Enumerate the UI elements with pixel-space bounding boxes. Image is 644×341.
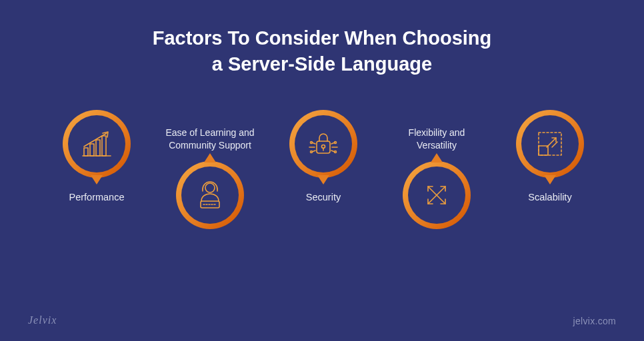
svg-line-27	[547, 138, 556, 147]
title-line-2: a Server-Side Language	[212, 53, 432, 75]
lock-icon	[305, 128, 341, 160]
factor-bubble	[63, 110, 131, 178]
site-url: jelvix.com	[573, 316, 616, 326]
factor-ease-of-learning: Ease of Learning and Community Support	[150, 127, 270, 229]
svg-rect-2	[90, 144, 94, 156]
factor-bubble	[289, 110, 357, 178]
factor-security: Security	[263, 110, 383, 204]
svg-point-5	[205, 183, 215, 192]
svg-line-28	[552, 142, 557, 147]
svg-rect-10	[317, 141, 330, 153]
factor-bubble	[403, 161, 471, 229]
factor-label: Scalability	[528, 191, 571, 204]
svg-line-22	[331, 151, 335, 152]
factor-label: Ease of Learning and Community Support	[165, 127, 254, 152]
factor-flexibility: Flexibility and Versatility	[377, 127, 497, 229]
factor-bubble	[176, 161, 244, 229]
expand-arrows-icon	[420, 178, 453, 212]
bubble-pointer	[91, 175, 103, 184]
bubble-pointer	[431, 153, 443, 163]
factors-row: Performance Ease of Learning and Communi…	[0, 97, 644, 296]
factor-bubble	[516, 110, 584, 178]
bubble-pointer	[204, 153, 216, 163]
support-person-icon	[193, 178, 227, 212]
factor-label: Performance	[69, 191, 124, 204]
factor-performance: Performance	[37, 110, 157, 204]
title-line-1: Factors To Consider When Choosing	[153, 27, 492, 49]
page-title: Factors To Consider When Choosing a Serv…	[0, 0, 644, 77]
svg-rect-4	[102, 136, 106, 156]
bubble-pointer	[544, 175, 556, 184]
svg-line-20	[312, 151, 315, 152]
svg-line-19	[312, 143, 315, 144]
svg-line-21	[331, 143, 335, 144]
svg-rect-1	[84, 148, 88, 156]
factor-scalability: Scalability	[490, 110, 610, 204]
scale-icon	[533, 127, 567, 161]
factor-label: Flexibility and Versatility	[409, 127, 465, 152]
factor-label: Security	[306, 191, 341, 204]
svg-rect-3	[96, 140, 100, 156]
bubble-pointer	[317, 175, 329, 184]
growth-chart-icon	[80, 129, 113, 159]
brand-logo: Jelvix	[28, 314, 57, 326]
